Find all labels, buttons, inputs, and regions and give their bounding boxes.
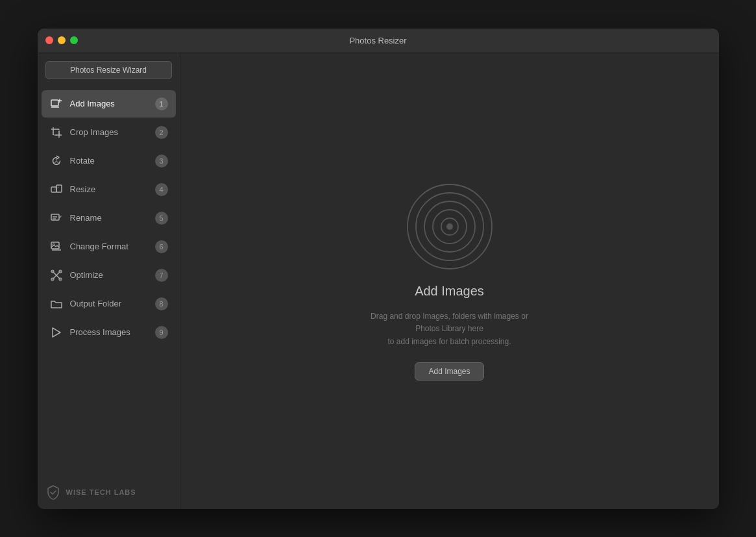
svg-rect-8 — [53, 129, 59, 135]
sidebar-badge-process-images: 9 — [155, 326, 168, 339]
sidebar-label-rotate: Rotate — [70, 156, 155, 166]
svg-rect-0 — [51, 100, 58, 106]
drop-zone: Add Images Drag and drop Images, folders… — [359, 181, 541, 381]
sidebar-badge-resize: 4 — [155, 183, 168, 196]
sidebar-item-optimize[interactable]: Optimize 7 — [42, 262, 176, 289]
wise-tech-labs-logo — [45, 484, 61, 500]
rename-icon — [49, 211, 64, 225]
wizard-button[interactable]: Photos Resize Wizard — [45, 61, 172, 79]
sidebar-badge-optimize: 7 — [155, 269, 168, 282]
sidebar-label-optimize: Optimize — [70, 270, 155, 280]
sidebar-label-rename: Rename — [70, 213, 155, 223]
sidebar-item-crop-images[interactable]: Crop Images 2 — [42, 119, 176, 146]
process-images-icon — [49, 325, 64, 340]
svg-point-30 — [446, 223, 453, 230]
sidebar-item-rotate[interactable]: Rotate 3 — [42, 147, 176, 175]
sidebar-badge-output-folder: 8 — [155, 297, 168, 310]
window-title: Photos Resizer — [349, 36, 406, 45]
svg-marker-24 — [53, 328, 60, 337]
sidebar-label-add-images: Add Images — [70, 99, 155, 108]
sidebar-item-resize[interactable]: Resize 4 — [42, 176, 176, 203]
app-window: Photos Resizer Photos Resize Wizard — [38, 29, 719, 509]
drop-title: Add Images — [415, 284, 484, 299]
sidebar-label-process-images: Process Images — [70, 327, 155, 337]
sidebar-item-add-images[interactable]: Add Images 1 — [42, 90, 176, 118]
resize-icon — [49, 182, 64, 197]
rotate-icon — [49, 154, 64, 168]
sidebar-footer: WISE TECH LABS — [38, 475, 180, 509]
sidebar-badge-crop-images: 2 — [155, 126, 168, 139]
sidebar-badge-change-format: 6 — [155, 240, 168, 253]
footer-brand-text: WISE TECH LABS — [66, 488, 136, 496]
content-area: Add Images Drag and drop Images, folders… — [180, 53, 719, 509]
title-bar: Photos Resizer — [38, 29, 719, 53]
output-folder-icon — [49, 297, 64, 311]
change-format-icon — [49, 240, 64, 254]
concentric-circles-icon — [404, 181, 495, 272]
drop-subtitle: Drag and drop Images, folders with image… — [359, 310, 541, 348]
sidebar-label-change-format: Change Format — [70, 242, 155, 251]
close-button[interactable] — [45, 36, 53, 44]
sidebar-badge-rename: 5 — [155, 212, 168, 225]
minimize-button[interactable] — [58, 36, 66, 44]
sidebar: Photos Resize Wizard Add Images 1 — [38, 53, 180, 509]
sidebar-label-output-folder: Output Folder — [70, 299, 155, 308]
sidebar-item-rename[interactable]: Rename 5 — [42, 205, 176, 232]
sidebar-label-resize: Resize — [70, 184, 155, 194]
svg-rect-15 — [51, 242, 59, 249]
optimize-icon — [49, 268, 64, 282]
add-images-button[interactable]: Add Images — [415, 362, 483, 381]
sidebar-item-output-folder[interactable]: Output Folder 8 — [42, 290, 176, 318]
maximize-button[interactable] — [70, 36, 78, 44]
sidebar-badge-add-images: 1 — [155, 97, 168, 110]
sidebar-nav: Add Images 1 Crop Images — [38, 90, 180, 475]
sidebar-item-change-format[interactable]: Change Format 6 — [42, 233, 176, 260]
svg-rect-10 — [56, 185, 62, 192]
crop-icon — [49, 125, 64, 140]
sidebar-badge-rotate: 3 — [155, 155, 168, 168]
main-content: Photos Resize Wizard Add Images 1 — [38, 53, 719, 509]
sidebar-item-process-images[interactable]: Process Images 9 — [42, 319, 176, 346]
sidebar-label-crop-images: Crop Images — [70, 127, 155, 137]
add-images-icon — [49, 97, 64, 111]
traffic-lights — [45, 36, 78, 44]
